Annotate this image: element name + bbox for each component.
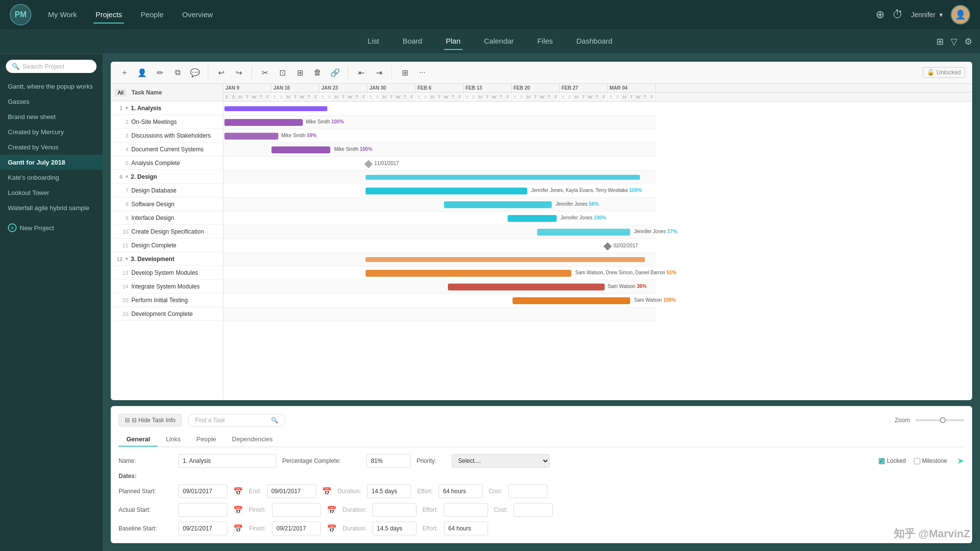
- all-button[interactable]: All: [115, 89, 126, 96]
- more-button[interactable]: ···: [416, 66, 429, 79]
- sidebar-item-brand-new-sheet[interactable]: Brand new sheet: [0, 109, 102, 124]
- send-icon[interactable]: ➤: [957, 455, 964, 466]
- assign-button[interactable]: 👤: [135, 66, 149, 79]
- task-row[interactable]: 15 Perform Initial Testing: [111, 293, 223, 307]
- zoom-handle[interactable]: [940, 417, 946, 423]
- task-row[interactable]: 6 ▾ 2. Design: [111, 170, 223, 184]
- bar-8[interactable]: [444, 201, 552, 208]
- tab-dashboard[interactable]: Dashboard: [574, 33, 614, 50]
- planned-start-input[interactable]: [178, 484, 227, 498]
- comment-button[interactable]: 💬: [188, 66, 202, 79]
- copy-button[interactable]: ⧉: [171, 66, 184, 79]
- planned-effort-input[interactable]: [439, 484, 483, 498]
- add-task-button[interactable]: ＋: [118, 66, 131, 79]
- tab-files[interactable]: Files: [536, 33, 555, 50]
- tab-links[interactable]: Links: [158, 432, 188, 447]
- add-button[interactable]: ⊕: [876, 8, 884, 21]
- tab-dependencies[interactable]: Dependencies: [224, 432, 280, 447]
- actual-finish-cal[interactable]: 📅: [327, 505, 337, 515]
- sidebar-item-gantt-popup[interactable]: Gantt, where the popup works: [0, 79, 102, 94]
- avatar[interactable]: 👤: [951, 5, 970, 24]
- sidebar-item-gantt-july[interactable]: Gantt for July 2018: [0, 155, 102, 170]
- nav-overview[interactable]: Overview: [180, 6, 215, 24]
- planned-duration-input[interactable]: [367, 484, 411, 498]
- baseline-start-cal[interactable]: 📅: [233, 524, 243, 533]
- task-row[interactable]: 10 Create Design Specification: [111, 225, 223, 239]
- planned-end-input[interactable]: [267, 484, 316, 498]
- cut-button[interactable]: ✂: [258, 66, 271, 79]
- task-row[interactable]: 1 ▾ 1. Analysis: [111, 101, 223, 115]
- task-row[interactable]: 7 Design Database: [111, 184, 223, 197]
- user-menu[interactable]: Jennifer ▾: [911, 11, 943, 19]
- pct-input[interactable]: [367, 454, 411, 468]
- priority-select[interactable]: Select....: [452, 454, 550, 468]
- task-row[interactable]: 14 Integrate System Modules: [111, 280, 223, 293]
- actual-start-cal[interactable]: 📅: [233, 505, 243, 515]
- filter-icon[interactable]: ▽: [951, 36, 957, 47]
- paste-button[interactable]: ⊡: [275, 66, 289, 79]
- sidebar-item-gasses[interactable]: Gasses: [0, 94, 102, 109]
- bar-4[interactable]: [271, 146, 330, 153]
- sidebar-item-kates-onboarding[interactable]: Kate's onboarding: [0, 170, 102, 185]
- tab-plan[interactable]: Plan: [444, 33, 463, 50]
- actual-duration-input[interactable]: [372, 503, 416, 517]
- bar-9[interactable]: [508, 215, 557, 222]
- task-row[interactable]: 3 Discussions with Stakeholders: [111, 129, 223, 143]
- actual-finish-input[interactable]: [272, 503, 321, 517]
- outdent-button[interactable]: ⇥: [372, 66, 386, 79]
- find-task-input[interactable]: Find a Task 🔍: [188, 414, 286, 427]
- sidebar-item-lookout-tower[interactable]: Lookout Tower: [0, 185, 102, 200]
- task-row[interactable]: 5 Analysis Complete: [111, 156, 223, 170]
- baseline-duration-input[interactable]: [372, 522, 416, 535]
- baseline-finish-input[interactable]: [272, 522, 321, 535]
- bar-3[interactable]: [224, 133, 278, 140]
- delete-button[interactable]: 🗑: [311, 66, 324, 79]
- task-row[interactable]: 9 Interface Design: [111, 211, 223, 225]
- zoom-slider[interactable]: [915, 419, 964, 421]
- bar-14[interactable]: [448, 284, 605, 290]
- task-row[interactable]: 4 Document Current Systems: [111, 143, 223, 156]
- add-project-button[interactable]: + New Project: [0, 219, 102, 236]
- timer-button[interactable]: ⏱: [892, 8, 903, 21]
- task-row[interactable]: 13 Develop System Modules: [111, 266, 223, 280]
- task-row[interactable]: 12 ▾ 3. Development: [111, 252, 223, 266]
- task-row[interactable]: 16 Development Complete: [111, 307, 223, 321]
- bar-13[interactable]: [366, 270, 571, 277]
- baseline-start-input[interactable]: [178, 522, 227, 535]
- task-row[interactable]: 2 On-Site Meetings: [111, 115, 223, 129]
- planned-end-cal[interactable]: 📅: [322, 487, 332, 496]
- actual-start-input[interactable]: [178, 503, 227, 517]
- undo-button[interactable]: ↩: [214, 66, 228, 79]
- bar-7[interactable]: [366, 188, 527, 194]
- milestone-checkbox[interactable]: Milestone: [914, 457, 947, 464]
- grid-icon[interactable]: ⊞: [936, 36, 944, 47]
- tab-general[interactable]: General: [119, 432, 158, 447]
- name-input[interactable]: [178, 454, 276, 468]
- planned-start-cal[interactable]: 📅: [233, 487, 243, 496]
- planned-cost-input[interactable]: [508, 484, 547, 498]
- tab-people[interactable]: People: [189, 432, 224, 447]
- tab-board[interactable]: Board: [401, 33, 424, 50]
- sidebar-item-waterfall[interactable]: Waterfall agile hybrid sample: [0, 200, 102, 216]
- bar-2[interactable]: [224, 119, 303, 126]
- nav-projects[interactable]: Projects: [94, 6, 124, 24]
- nav-people[interactable]: People: [139, 6, 166, 24]
- search-box[interactable]: 🔍 Search Project: [6, 60, 97, 73]
- grid-view-button[interactable]: ⊞: [398, 66, 412, 79]
- actual-effort-input[interactable]: [444, 503, 488, 517]
- bar-12[interactable]: [366, 257, 645, 262]
- insert-button[interactable]: ⊞: [293, 66, 307, 79]
- task-row[interactable]: 8 Software Design: [111, 197, 223, 211]
- locked-checkbox[interactable]: ✓ Locked: [879, 457, 906, 464]
- bar-6[interactable]: [366, 175, 640, 180]
- bar-10[interactable]: [537, 229, 630, 236]
- sidebar-item-created-mercury[interactable]: Created by Mercury: [0, 124, 102, 140]
- edit-button[interactable]: ✏: [153, 66, 167, 79]
- redo-button[interactable]: ↪: [232, 66, 245, 79]
- task-row[interactable]: 11 Design Complete: [111, 239, 223, 252]
- settings-icon[interactable]: ⚙: [964, 36, 972, 47]
- link-button[interactable]: 🔗: [328, 66, 342, 79]
- tab-list[interactable]: List: [366, 33, 381, 50]
- baseline-effort-input[interactable]: [444, 522, 488, 535]
- bar-15[interactable]: [513, 297, 630, 304]
